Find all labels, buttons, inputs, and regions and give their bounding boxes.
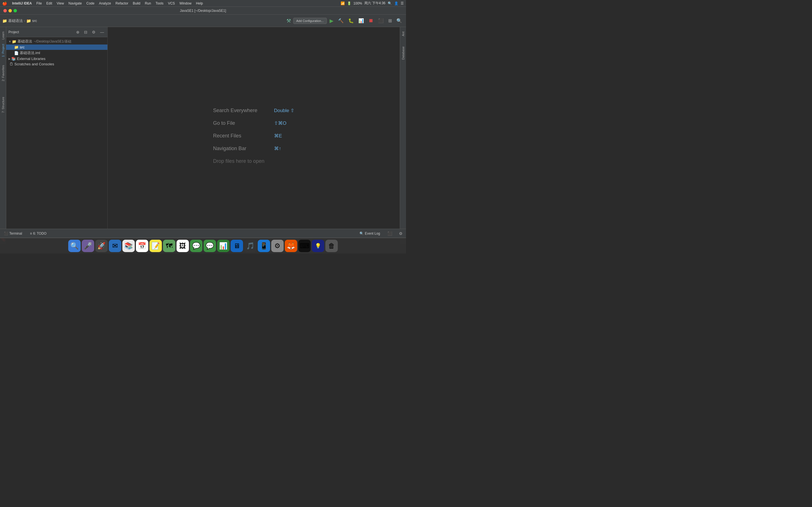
breadcrumb-item-2[interactable]: src — [32, 18, 37, 23]
breadcrumb: 📁 基础语法 › 📁 src — [2, 18, 285, 23]
menu-build[interactable]: Build — [131, 1, 142, 6]
control-center-icon[interactable]: ☰ — [401, 1, 404, 5]
menu-refactor[interactable]: Refactor — [114, 1, 130, 6]
dock-appstore[interactable]: 📱 — [258, 240, 270, 252]
panel-settings-bottom[interactable]: ⚙ — [398, 231, 404, 236]
titlebar: JavaSE1 [~/Desktop/JavaSE1] — [0, 7, 406, 15]
tree-item-root[interactable]: ▼ 📁 基础语法 ~/Desktop/JavaSE1/基础 — [6, 38, 107, 45]
menu-help[interactable]: Help — [194, 1, 205, 6]
panel-close-button[interactable]: — — [99, 29, 105, 35]
dock-firefox[interactable]: 🦊 — [285, 240, 297, 252]
minimize-button[interactable] — [8, 9, 12, 12]
panel-header: Project ⊕ ⊟ ⚙ — — [6, 27, 107, 37]
project-tab[interactable]: 1: Project — [0, 42, 6, 59]
panel-collapse-button[interactable]: ⊟ — [83, 29, 89, 35]
todo-icon: ≡ — [30, 231, 32, 235]
profile-button[interactable]: 📊 — [357, 17, 366, 24]
dock-numbers[interactable]: 📊 — [217, 240, 230, 252]
add-configuration-button[interactable]: Add Configuration... — [293, 18, 327, 24]
dock-terminal[interactable]: ⌨ — [298, 240, 311, 252]
menu-file[interactable]: File — [35, 1, 43, 6]
tree-arrow-ext: ▶ — [8, 57, 11, 60]
menu-edit[interactable]: Edit — [45, 1, 54, 6]
menu-window[interactable]: Window — [177, 1, 193, 6]
panel-expand-button[interactable]: ⊕ — [75, 29, 81, 35]
dock-music[interactable]: 🎵 — [244, 240, 257, 252]
file-tree: ▼ 📁 基础语法 ~/Desktop/JavaSE1/基础 📁 src 📄 基础… — [6, 37, 107, 244]
menubar: 🍎 IntelliJ IDEA File Edit View Navigate … — [0, 0, 406, 7]
search-icon[interactable]: 🔍 — [388, 1, 392, 5]
ant-tab[interactable]: Ant — [400, 29, 406, 39]
dock-trash[interactable]: 🗑 — [325, 240, 338, 252]
dock-maps[interactable]: 🗺 — [163, 240, 175, 252]
menu-view[interactable]: View — [55, 1, 66, 6]
clock: 周六 下午4:36 — [364, 1, 386, 6]
dock-finder[interactable]: 🔍 — [68, 240, 81, 252]
tree-label-root: 基础语法 — [17, 39, 32, 44]
dock-mail[interactable]: ✉ — [109, 240, 121, 252]
hint-label-recent: Recent Files — [213, 133, 269, 139]
apple-menu[interactable]: 🍎 — [2, 1, 7, 6]
dock-wechat[interactable]: 💬 — [204, 240, 216, 252]
hint-key-nav: ⌘↑ — [274, 146, 282, 152]
panel-toggle-bottom[interactable]: ⬛ — [386, 231, 393, 236]
stop-button[interactable]: ⏹ — [367, 17, 375, 25]
tree-item-iml[interactable]: 📄 基础语法.iml — [6, 50, 107, 56]
structure-tab[interactable]: 7: Structure — [0, 95, 6, 115]
dock-syspreferences[interactable]: ⚙ — [271, 240, 284, 252]
dock-calendar[interactable]: 📅 — [136, 240, 148, 252]
dock-keynote[interactable]: 🖥 — [231, 240, 243, 252]
event-log-label: Event Log — [365, 231, 380, 235]
dock-siri[interactable]: 🎤 — [82, 240, 94, 252]
menu-run[interactable]: Run — [143, 1, 153, 6]
left-sidebar: Learn 1: Project 2: Favorites 7: Structu… — [0, 27, 6, 244]
run-button[interactable]: ▶ — [328, 17, 335, 25]
tree-item-external-libs[interactable]: ▶ 📚 External Libraries — [6, 56, 107, 61]
hint-label-drop: Drop files here to open — [213, 158, 269, 164]
dock-photos[interactable]: 🖼 — [176, 240, 189, 252]
bottom-bar: ⬛ Terminal ≡ 6: TODO 🔍 Event Log ⬛ ⚙ — [0, 229, 406, 238]
learn-tab[interactable]: Learn — [0, 29, 6, 42]
frame-button[interactable]: ⬛ — [376, 17, 386, 24]
window-title: JavaSE1 [~/Desktop/JavaSE1] — [180, 9, 226, 13]
dock-books[interactable]: 📚 — [122, 240, 135, 252]
hint-label-goto: Go to File — [213, 120, 269, 126]
hint-goto-file: Go to File ⇧⌘O — [213, 120, 295, 126]
menu-navigate[interactable]: Navigate — [67, 1, 84, 6]
editor-area[interactable]: Search Everywhere Double ⇧ Go to File ⇧⌘… — [108, 27, 400, 244]
close-button[interactable] — [3, 9, 7, 12]
todo-button[interactable]: ≡ 6: TODO — [28, 230, 48, 237]
panel-settings-button[interactable]: ⚙ — [91, 29, 97, 35]
siri-icon[interactable]: 👤 — [394, 1, 398, 5]
dock-intellij[interactable]: 💡 — [312, 240, 324, 252]
hint-drop-files: Drop files here to open — [213, 158, 295, 164]
breadcrumb-item-1[interactable]: 基础语法 — [8, 18, 23, 23]
dock-launchpad[interactable]: 🚀 — [95, 240, 108, 252]
hammer-icon[interactable]: ⚒ — [287, 18, 291, 24]
build-button[interactable]: 🔨 — [336, 17, 345, 24]
dock-facetime[interactable]: 💬 — [190, 240, 202, 252]
tree-icon-scratch: 🗒 — [10, 62, 13, 66]
menu-vcs[interactable]: VCS — [166, 1, 177, 6]
event-log-button[interactable]: 🔍 Event Log — [358, 230, 382, 237]
dock-notes[interactable]: 📝 — [149, 240, 162, 252]
debug-button[interactable]: 🐛 — [347, 17, 356, 24]
terminal-label: Terminal — [9, 231, 22, 235]
menu-code[interactable]: Code — [85, 1, 96, 6]
layout-button[interactable]: ⊞ — [387, 17, 394, 24]
tree-arrow-root: ▼ — [8, 40, 11, 43]
maximize-button[interactable] — [13, 9, 17, 12]
main-layout: Learn 1: Project 2: Favorites 7: Structu… — [0, 27, 406, 244]
event-log-icon: 🔍 — [359, 231, 364, 235]
database-tab[interactable]: Database — [400, 44, 406, 62]
right-sidebar: Ant Database — [400, 27, 406, 244]
menu-appname[interactable]: IntelliJ IDEA — [10, 1, 34, 6]
search-everywhere-button[interactable]: 🔍 — [395, 17, 404, 24]
menu-tools[interactable]: Tools — [154, 1, 165, 6]
tree-item-scratches[interactable]: 🗒 Scratches and Consoles — [6, 61, 107, 67]
terminal-button[interactable]: ⬛ Terminal — [2, 230, 24, 237]
menu-analyze[interactable]: Analyze — [97, 1, 113, 6]
tree-item-src[interactable]: 📁 src — [6, 45, 107, 50]
favorites-tab[interactable]: 2: Favorites — [0, 63, 6, 83]
menubar-right: 📶 🔋 100% 周六 下午4:36 🔍 👤 ☰ — [341, 1, 404, 6]
